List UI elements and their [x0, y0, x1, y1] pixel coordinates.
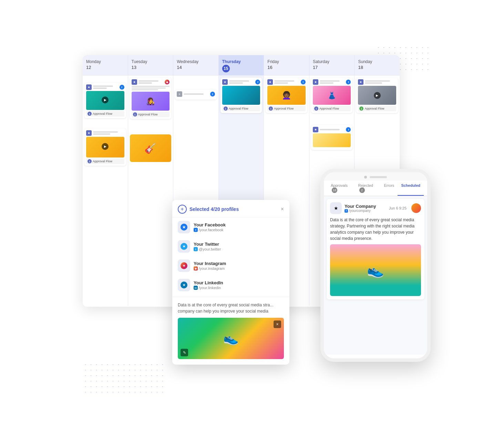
post-card-thu-1[interactable]: ★ f 1 Approval Flow — [220, 78, 262, 113]
tab-approvals[interactable]: Approvals 18 — [327, 181, 355, 196]
fb-icon-fri: f — [301, 80, 306, 84]
profile-name-instagram: Your Instagram — [194, 261, 226, 266]
phone-post-card[interactable]: ★ Your Company f /yourcompany Jun 6 9:25… — [327, 199, 424, 299]
popup-selected-text: Selected 4/20 profiles — [189, 206, 239, 212]
post-image: 👟 — [330, 244, 421, 296]
approval-badge-sun: 1 Approval Flow — [358, 106, 396, 111]
post-text-lines — [132, 86, 170, 90]
popup-post-text: Data is at the core of every great socia… — [178, 302, 284, 314]
profile-item-instagram[interactable]: ★ Your Instagram ◈ /your.instagram — [172, 256, 289, 275]
phone-notch — [324, 172, 427, 181]
approval-badge-sat: 1 Approval Flow — [313, 106, 351, 111]
approvals-badge: 18 — [332, 187, 337, 193]
tab-errors[interactable]: Errors — [380, 181, 398, 196]
post-card-monday-1[interactable]: ★ f ▶ 1 Approval Flow — [84, 83, 126, 118]
post-image-sat: 👗 — [313, 86, 351, 105]
star-icon-thu: ★ — [222, 79, 228, 85]
cal-header-friday: Friday 16 — [264, 55, 309, 75]
play-button-2: ▶ — [102, 143, 109, 150]
tab-scheduled[interactable]: Scheduled — [398, 181, 424, 196]
fb-icon-wed: f — [210, 92, 215, 96]
profile-popup: + Selected 4/20 profiles × ★ Your Facebo… — [172, 200, 289, 365]
post-image-monday-1: ▶ — [86, 91, 124, 110]
cal-header-sunday: Sunday 18 — [355, 55, 400, 75]
popup-image-close-button[interactable]: × — [274, 320, 281, 328]
popup-add-button[interactable]: + — [178, 205, 187, 214]
fb-icon-sat2: f — [346, 127, 351, 132]
star-icon: ★ — [86, 84, 92, 90]
dots-decoration-bottom-left — [83, 362, 165, 396]
post-text: Data is at the core of every great socia… — [330, 217, 421, 242]
profile-item-facebook[interactable]: ★ Your Facebook f /your.facebook — [172, 217, 289, 237]
fb-icon-sat: f — [346, 80, 351, 84]
cal-header-saturday: Saturday 17 — [309, 55, 355, 75]
phone-fb-icon: f — [345, 209, 348, 213]
popup-content-area: Data is at the core of every great socia… — [172, 297, 289, 359]
profile-avatar-facebook: ★ — [178, 221, 190, 233]
profile-avatar-twitter: ★ — [178, 240, 190, 253]
approval-badge-2: 1 Approval Flow — [86, 159, 124, 164]
post-image-content: 👟 — [330, 244, 421, 296]
profile-name-facebook: Your Facebook — [194, 222, 226, 227]
profile-handle-instagram: ◈ /your.instagram — [194, 266, 226, 271]
approval-badge-tue: 1 Approval Flow — [132, 112, 170, 117]
popup-image-content: 👟 — [178, 318, 284, 359]
cal-header-tuesday: Tuesday 13 — [128, 55, 174, 75]
profile-handle-twitter: t @your.twitter — [194, 247, 221, 251]
post-card-sat-2[interactable]: ★ f — [311, 125, 353, 150]
post-image-sun: ▶ — [358, 86, 396, 105]
company-name: Your Company — [345, 204, 376, 209]
post-card-wed-1[interactable]: ≡ f — [175, 90, 217, 100]
scene: Monday 12 Tuesday 13 Wednesday 14 Thursd… — [62, 34, 441, 414]
phone-mockup: Approvals 18 Rejected 2 Errors Scheduled… — [320, 169, 431, 362]
post-image-monday-2: ▶ — [86, 137, 124, 157]
post-date: Jun 6 9:25 — [389, 206, 407, 210]
play-btn-sun: ▶ — [374, 92, 381, 99]
cal-col-monday: ★ f ▶ 1 Approval Flow — [83, 75, 128, 306]
star-icon-sat: ★ — [313, 79, 318, 85]
cal-header-thursday: Thursday 15 — [219, 55, 264, 75]
post-image-fri: 👩🏾‍🦱 — [267, 86, 306, 105]
star-icon-tue: ★ — [132, 79, 137, 85]
post-card-monday-2[interactable]: ★ ▶ 1 Approval Flow — [84, 129, 126, 166]
star-icon-sat2: ★ — [313, 127, 318, 132]
approval-badge: 1 Approval Flow — [86, 111, 124, 116]
play-button: ▶ — [102, 96, 109, 103]
profile-handle-linkedin: in /your.linkedin — [194, 286, 223, 290]
company-handle: f /yourcompany — [345, 209, 376, 213]
post-card-sun-1[interactable]: ★ ▶ 1 Approval Flow — [356, 78, 398, 113]
popup-image-edit-button[interactable]: ✎ — [181, 349, 188, 356]
rejected-badge: 2 — [359, 187, 365, 193]
popup-close-button[interactable]: × — [281, 206, 284, 212]
phone-camera — [364, 176, 367, 179]
guitar-image: 🎸 — [130, 134, 172, 162]
popup-header: + Selected 4/20 profiles × — [172, 200, 289, 217]
post-card-tuesday-1[interactable]: ★ ◈ 👩‍🎤 — [130, 78, 172, 119]
star-icon-sun: ★ — [358, 79, 363, 85]
phone-tabs: Approvals 18 Rejected 2 Errors Scheduled — [324, 181, 427, 196]
post-card-sat-1[interactable]: ★ f 👗 1 Approval Flow — [311, 78, 353, 113]
instagram-icon: ◈ — [165, 80, 170, 84]
star-icon-fri: ★ — [267, 79, 273, 85]
company-avatar: ★ — [330, 202, 342, 214]
post-image-thu — [222, 86, 260, 105]
phone-speaker — [370, 176, 387, 178]
profile-handle-facebook: f /your.facebook — [194, 228, 226, 232]
cal-header-wednesday: Wednesday 14 — [173, 55, 219, 75]
profile-item-linkedin[interactable]: ★ Your LinkedIn in /your.linkedin — [172, 275, 289, 295]
profile-item-twitter[interactable]: ★ Your Twitter t @your.twitter — [172, 237, 289, 256]
cal-col-tuesday: ★ ◈ 👩‍🎤 — [128, 75, 174, 306]
post-card-fri-1[interactable]: ★ f 👩🏾‍🦱 1 Approval Flow — [266, 78, 307, 113]
facebook-icon: f — [120, 85, 124, 90]
profile-avatar-instagram: ★ — [178, 259, 190, 272]
post-image-tuesday: 👩‍🎤 — [132, 92, 170, 111]
tab-rejected[interactable]: Rejected 2 — [355, 181, 381, 196]
cal-header-monday: Monday 12 — [83, 55, 128, 75]
profile-name-twitter: Your Twitter — [194, 242, 221, 247]
popup-post-image: 👟 × ✎ — [178, 318, 284, 359]
fb-icon-thu: f — [255, 80, 260, 84]
profile-avatar-linkedin: ★ — [178, 279, 190, 291]
phone-post-header: ★ Your Company f /yourcompany Jun 6 9:25 — [330, 202, 421, 214]
profile-name-linkedin: Your LinkedIn — [194, 280, 223, 285]
tue-row2: 🎸 — [130, 133, 172, 164]
